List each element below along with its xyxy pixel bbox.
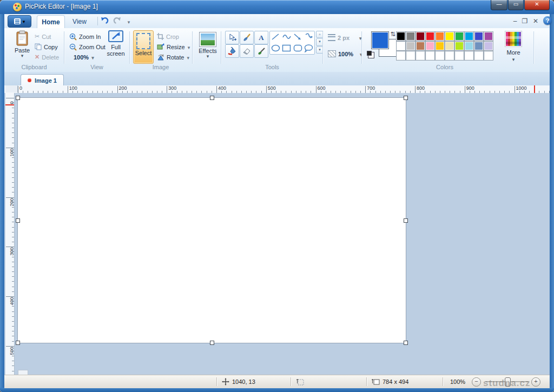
ruler-tick bbox=[68, 86, 68, 93]
palette-color-swatch[interactable] bbox=[435, 51, 445, 61]
selection-handle[interactable] bbox=[210, 96, 214, 100]
minimize-button[interactable]: — bbox=[491, 0, 507, 10]
copy-button[interactable]: Copy bbox=[35, 42, 58, 52]
palette-color-swatch[interactable] bbox=[396, 41, 406, 51]
shape-balloon-button[interactable] bbox=[304, 43, 315, 55]
selection-handle[interactable] bbox=[404, 341, 408, 345]
selection-handle[interactable] bbox=[404, 218, 408, 223]
shape-rectangle-button[interactable] bbox=[281, 43, 293, 55]
undo-button[interactable] bbox=[101, 16, 111, 26]
zoom-out-step-button[interactable]: − bbox=[472, 377, 481, 387]
brush-tool-button[interactable] bbox=[240, 31, 254, 44]
shape-curve-button[interactable] bbox=[281, 31, 293, 43]
image-canvas[interactable] bbox=[18, 98, 406, 343]
palette-color-swatch[interactable] bbox=[484, 51, 493, 61]
document-tab-image1[interactable]: Image 1 bbox=[21, 74, 64, 86]
redo-button[interactable] bbox=[113, 16, 123, 26]
palette-color-swatch[interactable] bbox=[474, 31, 484, 41]
ruler-label: 600 bbox=[318, 85, 326, 91]
zoom-in-button[interactable]: Zoom In bbox=[69, 31, 101, 42]
select-button[interactable]: Select bbox=[133, 30, 154, 64]
full-screen-button[interactable]: Full screen bbox=[104, 30, 128, 63]
selection-handle[interactable] bbox=[16, 341, 20, 345]
shape-arrow-button[interactable] bbox=[292, 31, 304, 43]
palette-color-swatch[interactable] bbox=[484, 41, 493, 51]
palette-color-swatch[interactable] bbox=[454, 41, 464, 51]
shape-line-button[interactable] bbox=[270, 31, 281, 43]
resize-icon bbox=[157, 43, 164, 50]
palette-color-swatch[interactable] bbox=[474, 41, 484, 51]
group-divider bbox=[192, 31, 193, 64]
palette-color-swatch[interactable] bbox=[474, 51, 484, 61]
selection-handle[interactable] bbox=[404, 96, 408, 100]
palette-color-swatch[interactable] bbox=[464, 31, 474, 41]
ruler-tick bbox=[167, 86, 167, 93]
canvas-area[interactable]: 0100200300400500 bbox=[4, 93, 550, 375]
tab-home[interactable]: Home bbox=[37, 15, 65, 29]
palette-color-swatch[interactable] bbox=[454, 51, 464, 61]
close-button[interactable]: ✕ bbox=[524, 0, 550, 10]
zoom-in-step-button[interactable]: + bbox=[531, 377, 540, 387]
palette-color-swatch[interactable] bbox=[425, 51, 435, 61]
palette-color-swatch[interactable] bbox=[406, 31, 416, 41]
palette-color-swatch[interactable] bbox=[416, 31, 425, 41]
selection-handle[interactable] bbox=[210, 341, 214, 345]
status-bar: 1040, 13 784 x 494 100% − + bbox=[4, 375, 550, 388]
fill-tool-button[interactable] bbox=[225, 44, 239, 58]
delete-button[interactable]: ✕ Delete bbox=[35, 52, 59, 62]
text-tool-button[interactable]: A bbox=[254, 31, 268, 44]
palette-color-swatch[interactable] bbox=[425, 41, 435, 51]
resize-button[interactable]: Resize bbox=[157, 42, 190, 52]
pointer-tool-button[interactable] bbox=[225, 31, 239, 44]
palette-color-swatch[interactable] bbox=[396, 51, 406, 61]
eyedropper-tool-button[interactable] bbox=[254, 44, 268, 58]
palette-color-swatch[interactable] bbox=[406, 51, 416, 61]
palette-color-swatch[interactable] bbox=[406, 41, 416, 51]
palette-color-swatch[interactable] bbox=[445, 31, 454, 41]
palette-color-swatch[interactable] bbox=[464, 41, 474, 51]
shape-scribble-button[interactable] bbox=[304, 31, 315, 43]
select-icon bbox=[136, 33, 150, 49]
paste-button[interactable]: Paste bbox=[12, 30, 32, 63]
ruler-tick bbox=[12, 356, 14, 356]
palette-color-swatch[interactable] bbox=[454, 31, 464, 41]
mdi-restore-button[interactable]: ❐ bbox=[520, 17, 529, 25]
more-colors-button[interactable]: More bbox=[502, 31, 525, 62]
palette-color-swatch[interactable] bbox=[445, 41, 454, 51]
selection-handle[interactable] bbox=[16, 96, 20, 100]
palette-color-swatch[interactable] bbox=[435, 31, 445, 41]
foreground-color-swatch[interactable] bbox=[371, 31, 389, 49]
shape-ellipse-icon bbox=[271, 44, 280, 52]
opacity-control[interactable]: 100% bbox=[328, 49, 362, 59]
effects-button[interactable]: Effects bbox=[196, 30, 219, 63]
cut-button[interactable]: ✂ Cut bbox=[35, 31, 51, 42]
app-menu-button[interactable] bbox=[8, 15, 31, 28]
reset-colors-icon[interactable] bbox=[368, 52, 374, 58]
line-width-control[interactable]: 2 px bbox=[328, 32, 362, 43]
maximize-button[interactable]: ▭ bbox=[508, 0, 524, 10]
shape-rounded-rect-button[interactable] bbox=[292, 43, 304, 55]
palette-color-swatch[interactable] bbox=[396, 31, 406, 41]
palette-color-swatch[interactable] bbox=[416, 41, 425, 51]
mdi-minimize-button[interactable]: – bbox=[511, 17, 519, 25]
palette-color-swatch[interactable] bbox=[425, 31, 435, 41]
crop-button[interactable]: Crop bbox=[157, 31, 179, 42]
palette-color-swatch[interactable] bbox=[416, 51, 425, 61]
tab-view[interactable]: View bbox=[66, 15, 93, 28]
view-zoom-level[interactable]: 100% bbox=[74, 52, 94, 62]
ruler-tick bbox=[12, 331, 14, 331]
undo-redo-dropdown[interactable] bbox=[123, 16, 134, 26]
help-button[interactable]: ? bbox=[543, 16, 552, 25]
shape-ellipse-button[interactable] bbox=[270, 43, 281, 55]
eraser-tool-button[interactable] bbox=[240, 44, 254, 58]
palette-color-swatch[interactable] bbox=[484, 31, 493, 41]
mdi-close-button[interactable]: ✕ bbox=[531, 17, 540, 25]
rotate-button[interactable]: Rotate bbox=[157, 52, 189, 62]
palette-color-swatch[interactable] bbox=[464, 51, 474, 61]
selection-handle[interactable] bbox=[16, 218, 20, 223]
window-border-left bbox=[0, 14, 4, 388]
palette-color-swatch[interactable] bbox=[435, 41, 445, 51]
title-bar: PicPick Editor - [Image 1] — ▭ ✕ bbox=[0, 0, 554, 14]
zoom-out-button[interactable]: Zoom Out bbox=[69, 42, 105, 52]
palette-color-swatch[interactable] bbox=[445, 51, 454, 61]
